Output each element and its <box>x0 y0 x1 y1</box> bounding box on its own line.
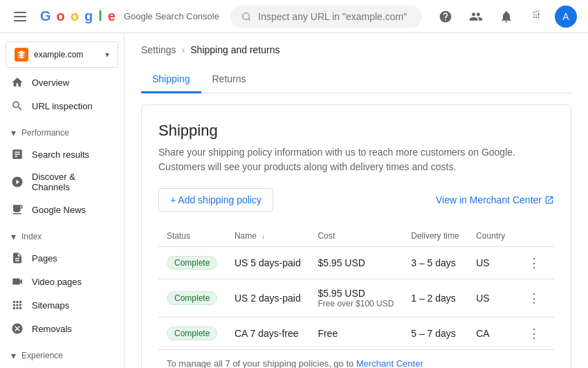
user-avatar[interactable]: A <box>555 6 577 28</box>
cell-delivery-2: 5 – 7 days <box>403 318 468 350</box>
performance-section-label: Performance <box>21 128 69 138</box>
table-row: Complete US 5 days-paid $5.95 USD 3 – 5 … <box>158 247 554 279</box>
chevron-icon: ▾ <box>11 350 16 361</box>
chevron-icon: ▾ <box>11 127 16 138</box>
merchant-center-link[interactable]: Merchant Center <box>356 358 423 368</box>
shipping-table-container: Status Name ↓ Cost Delivery time Country <box>158 226 554 368</box>
experience-section: ▾ Experience Page Experience Core Web Vi… <box>0 346 124 368</box>
shipping-card: Shipping Share your shipping policy info… <box>141 104 571 368</box>
url-inspection-label: URL inspection <box>32 101 93 111</box>
add-shipping-policy-button[interactable]: + Add shipping policy <box>158 188 273 212</box>
status-badge: Complete <box>167 291 217 305</box>
home-icon <box>11 76 24 89</box>
search-bar[interactable] <box>230 6 422 28</box>
property-icon <box>15 48 28 62</box>
table-header: Status Name ↓ Cost Delivery time Country <box>158 226 554 247</box>
hamburger-menu-button[interactable] <box>11 9 29 24</box>
cell-status-1: Complete <box>158 279 226 318</box>
performance-section: ▾ Performance Search results Discover & … <box>0 123 124 221</box>
overview-label: Overview <box>32 77 69 88</box>
sitemaps-label: Sitemaps <box>32 300 69 311</box>
topbar: Google Google Search Console <box>0 0 588 33</box>
news-icon <box>11 203 24 216</box>
discover-label: Discover & Channels <box>32 172 107 192</box>
help-button[interactable] <box>433 4 458 29</box>
sidebar-item-url-inspection[interactable]: URL inspection <box>0 94 118 118</box>
cell-cost-2: Free <box>309 318 403 350</box>
cell-menu-1: ⋮ <box>514 279 554 318</box>
sidebar-item-pages[interactable]: Pages <box>0 246 118 270</box>
help-icon <box>439 10 452 24</box>
table-row: Complete US 2 days-paid $5.95 USD Free o… <box>158 279 554 318</box>
search-input[interactable] <box>258 11 411 22</box>
property-dropdown-arrow: ▾ <box>105 50 109 59</box>
table-row: Complete CA 7 days-free Free 5 – 7 days … <box>158 318 554 350</box>
pages-label: Pages <box>32 253 57 264</box>
cell-delivery-1: 1 – 2 days <box>403 279 468 318</box>
app-title: Google Search Console <box>124 11 219 21</box>
index-section-label: Index <box>21 232 42 241</box>
experience-section-header[interactable]: ▾ Experience <box>0 346 124 365</box>
bell-icon <box>499 10 513 24</box>
sidebar-item-sitemaps[interactable]: Sitemaps <box>0 293 118 317</box>
cell-delivery-0: 3 – 5 days <box>403 247 468 279</box>
row-menu-button[interactable]: ⋮ <box>522 324 546 343</box>
sidebar-item-overview[interactable]: Overview <box>0 71 118 94</box>
sidebar-item-search-results[interactable]: Search results <box>0 142 118 166</box>
pages-icon <box>11 252 24 264</box>
status-badge: Complete <box>167 326 217 340</box>
removals-label: Removals <box>32 324 72 334</box>
cell-country-2: CA <box>468 318 513 350</box>
topbar-left: Google Google Search Console <box>11 8 219 24</box>
topbar-right: A <box>433 4 577 29</box>
main-content: Settings › Shipping and returns Shipping… <box>125 33 588 368</box>
col-cost: Cost <box>309 226 403 247</box>
google-logo: Google Google Search Console <box>40 8 219 24</box>
tab-shipping[interactable]: Shipping <box>141 66 201 93</box>
performance-section-header[interactable]: ▾ Performance <box>0 123 124 142</box>
notifications-button[interactable] <box>494 4 519 29</box>
row-menu-button[interactable]: ⋮ <box>522 288 546 308</box>
sidebar-item-removals[interactable]: Removals <box>0 317 118 340</box>
video-icon <box>11 275 24 288</box>
cell-status-2: Complete <box>158 318 226 350</box>
sidebar-item-google-news[interactable]: Google News <box>0 198 118 221</box>
search-results-label: Search results <box>32 149 89 160</box>
grid-icon <box>530 10 544 24</box>
sidebar: example.com ▾ Overview URL inspection ▾ … <box>0 33 125 368</box>
cost-secondary: Free over $100 USD <box>318 299 394 309</box>
col-delivery: Delivery time <box>403 226 468 247</box>
col-status: Status <box>158 226 226 247</box>
property-selector[interactable]: example.com ▾ <box>6 42 118 68</box>
cell-menu-2: ⋮ <box>514 318 554 350</box>
sidebar-item-discover[interactable]: Discover & Channels <box>0 166 118 198</box>
cell-menu-0: ⋮ <box>514 247 554 279</box>
sidebar-item-video-pages[interactable]: Video pages <box>0 270 118 293</box>
apps-button[interactable] <box>524 4 549 29</box>
table-body: Complete US 5 days-paid $5.95 USD 3 – 5 … <box>158 247 554 350</box>
sitemap-icon <box>11 299 24 311</box>
status-badge: Complete <box>167 256 217 270</box>
breadcrumb-settings-link[interactable]: Settings <box>141 44 176 55</box>
tabs-container: Shipping Returns <box>141 66 571 93</box>
card-actions: + Add shipping policy View in Merchant C… <box>158 188 554 212</box>
breadcrumb-separator: › <box>182 44 185 55</box>
search-icon <box>11 100 24 112</box>
index-section-header[interactable]: ▾ Index <box>0 227 124 246</box>
breadcrumb: Settings › Shipping and returns <box>141 44 571 55</box>
view-merchant-label: View in Merchant Center <box>436 194 542 205</box>
tab-returns[interactable]: Returns <box>201 66 257 93</box>
col-name[interactable]: Name ↓ <box>226 226 309 247</box>
row-menu-button[interactable]: ⋮ <box>522 253 546 273</box>
account-settings-button[interactable] <box>463 4 488 29</box>
sidebar-item-page-experience[interactable]: Page Experience <box>0 365 118 368</box>
video-pages-label: Video pages <box>32 277 82 287</box>
table-footer: To manage all 7 of your shipping policie… <box>158 349 554 368</box>
footer-text: To manage all 7 of your shipping policie… <box>167 358 356 368</box>
breadcrumb-current: Shipping and returns <box>190 44 279 55</box>
cell-name-1: US 2 days-paid <box>226 279 309 318</box>
col-actions <box>514 226 554 247</box>
google-news-label: Google News <box>32 205 86 215</box>
svg-line-1 <box>248 18 250 20</box>
view-merchant-center-link[interactable]: View in Merchant Center <box>436 194 554 205</box>
